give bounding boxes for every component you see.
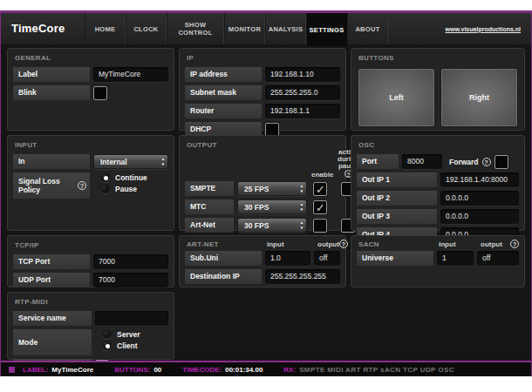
output-row-mtc: MTC 30 FPS: [185, 199, 340, 214]
service-name-input[interactable]: [95, 311, 168, 326]
signal-loss-help-icon[interactable]: ?: [78, 181, 86, 190]
app-logo: TimeCore: [1, 13, 85, 44]
service-name-label: Service name: [13, 311, 92, 326]
panel-ip: IP IP address 192.168.1.10 Subnet mask 2…: [179, 48, 346, 131]
destination-ip-input[interactable]: 255.255.255.255: [265, 269, 340, 284]
timecore-app: TimeCore HOME CLOCK SHOW CONTROL MONITOR…: [0, 10, 532, 376]
subuni-input-field[interactable]: 1.0: [265, 251, 310, 266]
subnet-mask-input[interactable]: 255.255.255.0: [265, 85, 340, 100]
sacn-input-col-header: input: [439, 240, 481, 248]
osc-port-input[interactable]: 8000: [402, 154, 442, 169]
osc-out-ip1-label: Out IP 1: [357, 172, 437, 187]
smpte-label: SMPTE: [185, 181, 234, 196]
server-radio[interactable]: [102, 329, 112, 339]
status-bar: LABEL: MyTimeCore BUTTONS: 00 TIMECODE: …: [1, 361, 531, 376]
status-rx-key: RX:: [283, 366, 296, 374]
osc-out-ip2-label: Out IP 2: [357, 191, 437, 206]
artnet-enable-checkbox[interactable]: [313, 219, 327, 233]
panel-output-title: OUTPUT: [187, 141, 340, 149]
sacn-output-col-header: output: [481, 240, 510, 248]
panel-input: INPUT In Internal Signal Loss Policy ? C…: [7, 135, 174, 231]
panel-general: GENERAL Label MyTimeCore Blink: [7, 48, 174, 131]
osc-out-ip2-input[interactable]: 0.0.0.0: [440, 191, 519, 206]
artnet-output-col-header: output: [317, 240, 339, 248]
panel-artnet-title: ART-NET: [187, 240, 267, 248]
artnet-fps-select[interactable]: 30 FPS: [237, 218, 307, 233]
osc-forward-label: Forward: [449, 158, 479, 166]
tcp-port-label: TCP Port: [13, 254, 90, 269]
router-input[interactable]: 192.168.1.1: [265, 104, 340, 118]
panel-sacn: SACN input output ? Universe 1 off: [351, 235, 525, 287]
nav-tab-monitor[interactable]: MONITOR: [224, 13, 265, 44]
nav-tabs: HOME CLOCK SHOW CONTROL MONITOR ANALYSIS…: [85, 13, 388, 44]
status-indicator-icon: [9, 367, 15, 373]
mode-server-option[interactable]: Server: [102, 329, 140, 339]
osc-port-label: Port: [357, 154, 399, 169]
output-row-smpte: SMPTE 25 FPS: [185, 181, 340, 196]
subuni-output-field[interactable]: off: [314, 251, 340, 266]
right-button[interactable]: Right: [440, 68, 518, 127]
osc-forward-checkbox[interactable]: [494, 155, 508, 169]
universe-output-field[interactable]: off: [477, 251, 519, 266]
continue-radio[interactable]: [100, 172, 110, 182]
panel-output: OUTPUT enable active during pause ? SMPT…: [179, 135, 346, 231]
mode-client-option[interactable]: Client: [102, 341, 140, 350]
udp-port-input[interactable]: 7000: [93, 273, 168, 287]
nav-tab-analysis[interactable]: ANALYSIS: [265, 13, 306, 44]
in-label: In: [13, 154, 90, 169]
osc-out-ip1-input[interactable]: 192.168.1.40:8000: [440, 172, 519, 187]
udp-port-label: UDP Port: [13, 273, 90, 287]
destination-ip-label: Destination IP: [185, 269, 262, 284]
output-row-artnet: Art-Net 30 FPS: [185, 218, 340, 233]
client-radio[interactable]: [102, 341, 112, 350]
signal-loss-policy-text: Signal Loss Policy: [18, 177, 78, 194]
nav-tab-home[interactable]: HOME: [85, 13, 126, 44]
panel-general-title: GENERAL: [15, 54, 168, 62]
pause-radio[interactable]: [100, 184, 110, 193]
blink-checkbox[interactable]: [93, 86, 107, 100]
universe-input-field[interactable]: 1: [437, 251, 474, 266]
blink-label: Blink: [13, 85, 90, 100]
client-radio-label: Client: [117, 341, 138, 350]
nav-tab-about[interactable]: ABOUT: [347, 13, 388, 44]
nav-tab-show-control[interactable]: SHOW CONTROL: [167, 13, 224, 44]
subuni-label: Sub.Uni: [185, 251, 262, 266]
panel-ip-title: IP: [187, 54, 340, 62]
status-timecode-value: 00:01:34.00: [225, 366, 263, 374]
panel-rtpmidi-title: RTP-MIDI: [15, 298, 168, 306]
external-link[interactable]: www.visualproductions.nl: [446, 26, 531, 32]
in-select[interactable]: Internal: [93, 154, 168, 169]
label-field-label: Label: [13, 67, 90, 82]
status-buttons-value: 00: [153, 366, 161, 374]
panel-input-title: INPUT: [15, 141, 168, 149]
ip-address-input[interactable]: 192.168.1.10: [265, 67, 340, 82]
settings-content: GENERAL Label MyTimeCore Blink IP IP add…: [1, 44, 531, 363]
smpte-fps-select[interactable]: 25 FPS: [237, 181, 307, 196]
status-timecode-key: TIMECODE:: [182, 366, 222, 374]
sacn-help-icon[interactable]: ?: [510, 240, 519, 248]
osc-out-ip3-input[interactable]: 0.0.0.0: [440, 209, 519, 224]
artnet-help-icon[interactable]: ?: [339, 240, 348, 248]
mode-label: Mode: [13, 329, 92, 355]
pause-radio-label: Pause: [115, 185, 137, 193]
osc-forward-help-icon[interactable]: ?: [482, 158, 491, 166]
nav-tab-clock[interactable]: CLOCK: [126, 13, 167, 44]
artnet-label: Art-Net: [185, 218, 234, 233]
mtc-fps-select[interactable]: 30 FPS: [237, 199, 307, 214]
left-button[interactable]: Left: [358, 68, 435, 127]
router-label: Router: [185, 104, 262, 118]
device-label-input[interactable]: MyTimeCore: [93, 67, 168, 82]
policy-pause-option[interactable]: Pause: [100, 184, 147, 193]
mtc-enable-checkbox[interactable]: [313, 200, 327, 214]
status-buttons-key: BUTTONS:: [114, 366, 150, 374]
nav-tab-settings[interactable]: SETTINGS: [306, 13, 347, 46]
policy-continue-option[interactable]: Continue: [100, 172, 147, 182]
artnet-input-col-header: input: [267, 240, 317, 248]
signal-loss-policy-label: Signal Loss Policy ?: [13, 172, 90, 199]
ip-address-label: IP address: [185, 67, 262, 82]
tcp-port-input[interactable]: 7000: [93, 254, 168, 269]
panel-buttons-title: BUTTONS: [358, 54, 519, 62]
status-label-value: MyTimeCore: [51, 366, 93, 374]
osc-out-ip3-label: Out IP 3: [357, 209, 437, 224]
smpte-enable-checkbox[interactable]: [313, 182, 327, 196]
